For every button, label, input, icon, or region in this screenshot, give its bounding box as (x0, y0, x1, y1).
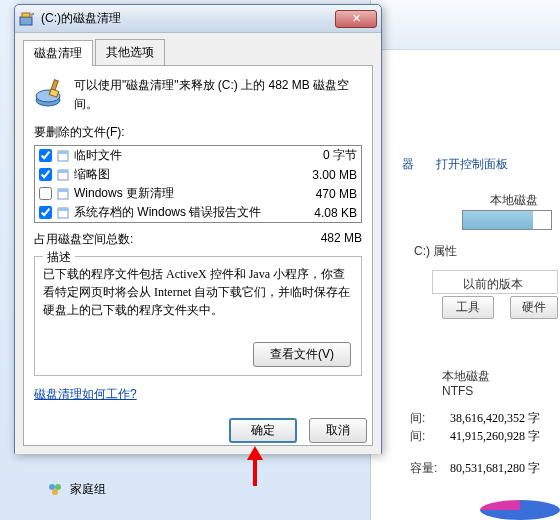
used-value: 38,616,420,352 字 (450, 410, 540, 427)
tab-tools[interactable]: 工具 (442, 296, 494, 319)
tab-hardware[interactable]: 硬件 (510, 296, 558, 319)
file-name: 缩略图 (74, 166, 277, 183)
tab-other-options[interactable]: 其他选项 (95, 39, 165, 65)
disk-cleanup-dialog: (C:)的磁盘清理 ✕ 磁盘清理 其他选项 可以使用"磁盘清理"来释放 (C:)… (14, 4, 382, 454)
tab-strip-bg: 以前的版本 (432, 270, 558, 294)
svg-point-14 (49, 484, 55, 490)
used-label: 间: (410, 410, 425, 427)
file-name: Windows 更新清理 (74, 185, 277, 202)
description-text: 已下载的程序文件包括 ActiveX 控件和 Java 小程序，你查看特定网页时… (43, 265, 353, 319)
file-row[interactable]: 系统存档的 Windows 错误报告文件4.08 KB (35, 203, 361, 222)
tab-strip: 磁盘清理 其他选项 (23, 39, 373, 66)
file-checkbox[interactable] (39, 168, 52, 181)
file-row[interactable]: Windows 更新清理470 MB (35, 184, 361, 203)
file-checkbox[interactable] (39, 149, 52, 162)
total-label: 占用磁盘空间总数: (34, 231, 133, 248)
capacity-value: 80,531,681,280 字 (450, 460, 540, 477)
file-row[interactable]: 缩略图3.00 MB (35, 165, 361, 184)
file-size: 470 MB (277, 187, 357, 201)
properties-title: C:) 属性 (414, 243, 457, 260)
file-checkbox[interactable] (39, 187, 52, 200)
tab-body: 可以使用"磁盘清理"来释放 (C:) 上的 482 MB 磁盘空间。 要删除的文… (23, 66, 373, 446)
tab-previous-versions[interactable]: 以前的版本 (463, 276, 523, 293)
files-list-label: 要删除的文件(F): (34, 124, 362, 141)
total-value: 482 MB (321, 231, 362, 248)
file-size: 0 字节 (277, 147, 357, 164)
description-group: 描述 已下载的程序文件包括 ActiveX 控件和 Java 小程序，你查看特定… (34, 256, 362, 376)
svg-rect-11 (58, 189, 68, 192)
cleanup-big-icon (34, 76, 66, 108)
file-icon (56, 206, 70, 220)
file-size: 3.00 MB (277, 168, 357, 182)
annotation-arrow (253, 450, 257, 486)
titlebar[interactable]: (C:)的磁盘清理 ✕ (15, 5, 381, 33)
capacity-label: 容量: (410, 460, 437, 477)
disk-pie-chart (480, 500, 560, 520)
svg-point-16 (52, 489, 58, 495)
view-files-button[interactable]: 查看文件(V) (253, 342, 351, 367)
tab-disk-cleanup[interactable]: 磁盘清理 (23, 40, 93, 66)
svg-rect-9 (58, 170, 68, 173)
svg-point-15 (55, 484, 61, 490)
homegroup-label: 家庭组 (70, 481, 106, 498)
help-link[interactable]: 磁盘清理如何工作? (34, 387, 137, 401)
homegroup-icon (46, 480, 64, 498)
cancel-button[interactable]: 取消 (309, 418, 367, 443)
svg-rect-0 (20, 17, 32, 25)
svg-rect-13 (58, 208, 68, 211)
info-text: 可以使用"磁盘清理"来释放 (C:) 上的 482 MB 磁盘空间。 (74, 76, 362, 114)
disk-cleanup-icon (19, 11, 35, 27)
file-name: 系统存档的 Windows 错误报告文件 (74, 204, 277, 221)
disk-type: 本地磁盘 (442, 368, 490, 385)
dialog-title: (C:)的磁盘清理 (41, 10, 121, 27)
homegroup-nav[interactable]: 家庭组 (46, 480, 106, 498)
group-legend: 描述 (43, 249, 75, 266)
toolbar-item[interactable]: 器 (402, 156, 414, 173)
file-icon (56, 149, 70, 163)
file-size: 4.08 KB (277, 206, 357, 220)
open-control-panel[interactable]: 打开控制面板 (436, 156, 508, 173)
file-icon (56, 187, 70, 201)
file-checkbox[interactable] (39, 206, 52, 219)
file-name: 临时文件 (74, 147, 277, 164)
files-list[interactable]: 临时文件0 字节缩略图3.00 MBWindows 更新清理470 MB系统存档… (34, 145, 362, 223)
free-label: 间: (410, 428, 425, 445)
free-value: 41,915,260,928 字 (450, 428, 540, 445)
file-row[interactable]: 临时文件0 字节 (35, 146, 361, 165)
file-icon (56, 168, 70, 182)
svg-rect-7 (58, 151, 68, 154)
ok-button[interactable]: 确定 (229, 418, 297, 443)
disk-usage-bar (462, 210, 552, 230)
filesystem: NTFS (442, 384, 473, 398)
close-button[interactable]: ✕ (335, 10, 377, 28)
